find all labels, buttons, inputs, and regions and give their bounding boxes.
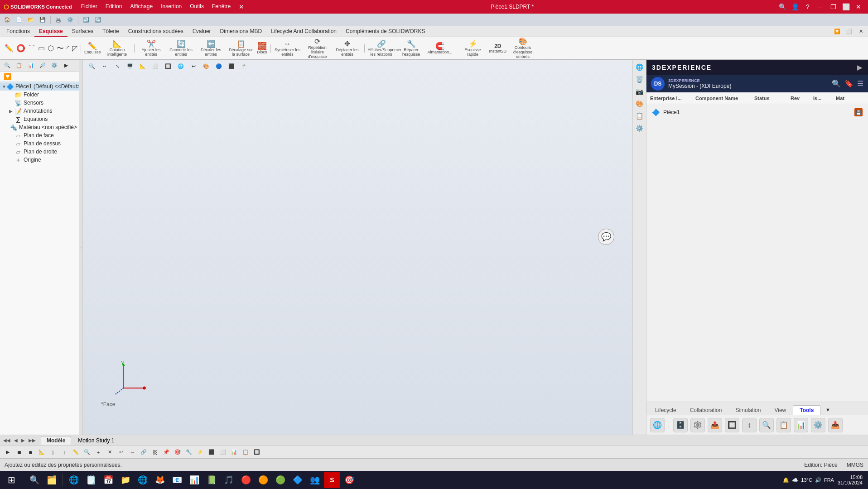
help-icon[interactable]: ? <box>802 2 814 11</box>
tool-deplacer[interactable]: ✥Déplacer les entités <box>333 39 362 58</box>
undo-icon[interactable]: ↩️ <box>81 15 92 25</box>
tool-decalage-surface[interactable]: 📋Décalage sur la surface <box>227 39 256 58</box>
restore-icon[interactable]: ❐ <box>827 2 839 11</box>
tree-item-annotations[interactable]: ▶ 📝 Annotations <box>0 107 79 115</box>
tree-filter-icon[interactable]: 🔍 <box>2 61 13 71</box>
mt-btn-22[interactable]: 📋 <box>241 447 251 457</box>
tree-root-item[interactable]: ▼ 🔷 Pièce1 (Défaut) <<Défaut>_Et <box>0 82 79 91</box>
mt-btn-9[interactable]: + <box>93 447 103 457</box>
tab-collaboration[interactable]: Collaboration <box>683 405 729 415</box>
mt-btn-13[interactable]: 🔗 <box>139 447 149 457</box>
taskbar-blue-icon[interactable]: 🔷 <box>289 472 306 488</box>
ribbon-close-icon[interactable]: ✕ <box>855 27 866 37</box>
volume-icon[interactable]: 🔊 <box>815 477 821 483</box>
vp-tool-9[interactable]: ↩ <box>188 61 199 71</box>
menu-edition[interactable]: Edition <box>102 2 126 11</box>
tab-nav-first[interactable]: ◀◀ <box>2 437 12 443</box>
tab-surfaces[interactable]: Surfaces <box>68 27 98 37</box>
open-icon[interactable]: 📂 <box>25 15 36 25</box>
maximize-icon[interactable]: ⬜ <box>840 2 852 11</box>
tool-fillet[interactable]: ◜ <box>66 44 70 53</box>
tool-convertir[interactable]: 🔄Convertir les entités <box>167 39 196 58</box>
tab-nav-prev[interactable]: ◀ <box>13 437 19 443</box>
mt-btn-4[interactable]: 📐 <box>37 447 47 457</box>
tool-blocs[interactable]: 🧱Blocs <box>256 42 268 55</box>
tool-esquisse[interactable]: ✏️Esquisse <box>83 42 102 55</box>
rt-btn-4[interactable]: 📤 <box>708 418 722 432</box>
tool-symetriser[interactable]: ↔️Symétriser les entités <box>273 39 302 58</box>
tab-dimensions-mbd[interactable]: Dimensions MBD <box>216 27 267 37</box>
mt-btn-14[interactable]: ⛓ <box>150 447 160 457</box>
tool-polygon[interactable]: ⬡ <box>47 44 55 53</box>
mt-btn-5[interactable]: | <box>48 447 58 457</box>
vp-r-delete-icon[interactable]: 🗑️ <box>634 74 645 85</box>
filter-icon[interactable]: 🔽 <box>2 72 13 82</box>
tabs-more-icon[interactable]: ▼ <box>822 405 833 415</box>
language-indicator[interactable]: FRA <box>824 477 834 483</box>
tab-view[interactable]: View <box>767 405 793 415</box>
tree-item-plan-face[interactable]: ▱ Plan de face <box>0 131 79 139</box>
taskbar-sw-icon[interactable]: 🔴 <box>238 472 254 488</box>
vp-r-globe-icon[interactable]: 🌐 <box>634 62 645 72</box>
print-icon[interactable]: 🖨️ <box>53 15 64 25</box>
taskbar-powerpoint-icon[interactable]: 🎵 <box>221 472 237 488</box>
mt-btn-8[interactable]: 🔍 <box>82 447 92 457</box>
menu-close-icon[interactable]: ✕ <box>235 2 248 11</box>
menu-affichage[interactable]: Affichage <box>126 2 156 11</box>
tool-aimantation[interactable]: 🧲Aimantation... <box>427 42 453 55</box>
user-icon[interactable]: 👤 <box>789 2 801 11</box>
tree-item-plan-dessus[interactable]: ▱ Plan de dessus <box>0 139 79 148</box>
tab-evaluer[interactable]: Evaluer <box>188 27 216 37</box>
mt-btn-7[interactable]: 📏 <box>71 447 81 457</box>
taskbar-teams-icon[interactable]: 👥 <box>307 472 323 488</box>
tool-ajuster[interactable]: ✂️Ajuster les entités <box>137 39 166 58</box>
mt-btn-1[interactable]: ▶ <box>3 447 13 457</box>
taskbar-folder-icon[interactable]: 📁 <box>117 472 134 488</box>
start-button[interactable]: ⊞ <box>0 471 23 489</box>
tab-lifecycle-collaboration[interactable]: Lifecycle And Collaboration <box>266 27 341 37</box>
vp-tool-11[interactable]: 🔵 <box>213 61 224 71</box>
vp-tool-5[interactable]: 📐 <box>137 61 148 71</box>
tree-item-plan-droite[interactable]: ▱ Plan de droite <box>0 148 79 156</box>
taskbar-green-icon[interactable]: 🟢 <box>272 472 289 488</box>
tree-item-origine[interactable]: + Origine <box>0 156 79 164</box>
tab-nav-last[interactable]: ▶▶ <box>27 437 37 443</box>
viewport[interactable]: 🔍 ↔️ ⤡ 🖥️ 📐 ⬜ 🔲 🌐 ↩ 🎨 🔵 ⬛ 🖱️ Y <box>83 60 632 435</box>
vp-tool-12[interactable]: ⬛ <box>226 61 237 71</box>
tree-more-icon[interactable]: ▶ <box>61 61 72 71</box>
ribbon-options-icon[interactable]: ⬜ <box>844 27 854 37</box>
save-icon[interactable]: 💾 <box>37 15 48 25</box>
tool-arc[interactable]: ⌒ <box>27 44 36 53</box>
minimize-icon[interactable]: ─ <box>815 2 826 11</box>
new-icon[interactable]: 📄 <box>14 15 24 25</box>
tool-spline[interactable]: 〜 <box>56 44 65 53</box>
vp-tool-4[interactable]: 🖥️ <box>125 61 135 71</box>
taskbar-firefox-icon[interactable]: 🦊 <box>152 472 168 488</box>
taskbar-search-icon[interactable]: 🔍 <box>26 472 43 488</box>
mt-btn-3[interactable]: ⏺ <box>25 447 35 457</box>
mt-btn-23[interactable]: 🔲 <box>252 447 262 457</box>
vp-tool-13[interactable]: 🖱️ <box>239 61 250 71</box>
vp-tool-7[interactable]: 🔲 <box>163 61 174 71</box>
taskbar-excel2-icon[interactable]: 📗 <box>203 472 220 488</box>
settings-icon[interactable]: ⚙️ <box>65 15 76 25</box>
vp-tool-6[interactable]: ⬜ <box>150 61 161 71</box>
mt-btn-16[interactable]: 🎯 <box>173 447 183 457</box>
tool-circle[interactable]: ⭕ <box>15 44 26 53</box>
taskbar-excel-icon[interactable]: 📊 <box>186 472 203 488</box>
tree-search-icon[interactable]: 🔎 <box>37 61 48 71</box>
tab-esquisse[interactable]: Esquisse <box>34 27 68 37</box>
taskbar-mail-icon[interactable]: 📧 <box>169 472 185 488</box>
mt-btn-15[interactable]: 📌 <box>161 447 171 457</box>
tool-line[interactable]: ✏️ <box>4 44 14 53</box>
tab-tools[interactable]: Tools <box>793 405 820 415</box>
tool-repetition[interactable]: ⟳Répétition linéaire d'esquisse <box>303 37 332 59</box>
rt-btn-5[interactable]: 🔲 <box>725 418 739 432</box>
tool-rectangle[interactable]: ▭ <box>37 44 46 53</box>
rt-btn-11[interactable]: 📥 <box>828 418 843 432</box>
taskbar-chrome-icon[interactable]: 🌐 <box>135 472 151 488</box>
tab-modele[interactable]: Modèle <box>41 436 71 445</box>
tool-reparer[interactable]: 🔧Réparer l'esquisse <box>397 39 426 58</box>
session-menu-icon[interactable]: ☰ <box>857 79 863 88</box>
taskbar-orange-icon[interactable]: 🟠 <box>255 472 271 488</box>
